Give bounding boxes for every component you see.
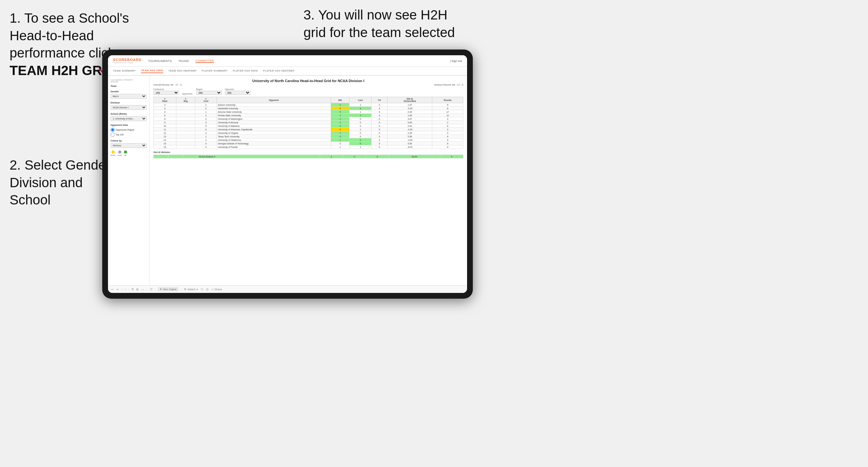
cell-7: 4.50 bbox=[388, 142, 432, 145]
cell-3: University of Florida bbox=[217, 145, 331, 149]
back-button[interactable]: ‹ bbox=[121, 288, 122, 291]
opponent-select[interactable]: (All) bbox=[225, 91, 250, 95]
table-body: 21Auburn University2101.67932Vanderbilt … bbox=[154, 103, 463, 149]
legend-down-label: Down bbox=[111, 154, 115, 156]
gender-select[interactable]: Men's bbox=[111, 94, 147, 99]
col-diff: Diff AvStrokes/Rnd bbox=[388, 97, 432, 103]
cell-2: 2 bbox=[195, 107, 217, 110]
cell-5: 2 bbox=[349, 114, 372, 117]
radio-top-100[interactable]: Top 100 bbox=[111, 132, 147, 137]
share-button[interactable]: ⤢ Share bbox=[211, 288, 222, 291]
region-select[interactable]: (All) bbox=[196, 91, 222, 95]
cell-1 bbox=[176, 135, 195, 138]
cell-2: 3 bbox=[195, 121, 217, 124]
sub-nav: TEAM SUMMARY TEAM H2H GRID TEAM H2H HEAT… bbox=[108, 67, 467, 76]
colour-by-label: Colour by bbox=[111, 139, 147, 142]
out-diff: 26.00 bbox=[389, 155, 440, 158]
main-grid-area: University of North Carolina Head-to-Hea… bbox=[150, 76, 467, 285]
cell-5: 1 bbox=[349, 103, 372, 107]
cell-2: 3 bbox=[195, 131, 217, 135]
colour-by-section: Colour by Win/loss bbox=[111, 139, 147, 148]
annotation-3-text: 3. You will now see H2Hgrid for the team… bbox=[304, 7, 455, 40]
toolbar-sep1: | bbox=[128, 288, 129, 290]
cell-4: 5 bbox=[331, 110, 349, 114]
cell-3: University of Arkansas, Fayetteville bbox=[217, 128, 331, 131]
cell-7: 1.83 bbox=[388, 114, 432, 117]
view-original-button[interactable]: 👁 View: Original bbox=[158, 287, 178, 291]
table-row: 142University of Oklahoma120-1.009 bbox=[154, 138, 463, 142]
toolbar-sep3: | bbox=[155, 288, 156, 290]
cell-8: 17 bbox=[432, 110, 463, 114]
col-rounds: Rounds bbox=[432, 97, 463, 103]
cell-5: 5 bbox=[349, 142, 372, 145]
forward-button[interactable]: › bbox=[125, 288, 126, 291]
sub-nav-player-h2h-grid[interactable]: PLAYER H2H GRID bbox=[233, 69, 258, 73]
division-select[interactable]: NCAA Division I bbox=[111, 105, 147, 110]
grid-button[interactable]: ⊞ bbox=[136, 288, 138, 291]
cell-5: 1 bbox=[349, 128, 372, 131]
cell-8: 9 bbox=[432, 103, 463, 107]
cell-3: University of Arizona bbox=[217, 121, 331, 124]
redo-button[interactable]: ↪ bbox=[116, 288, 119, 291]
dash-button[interactable]: — bbox=[141, 288, 144, 291]
annotation-1-highlight: TEAM H2H GRID bbox=[9, 63, 115, 78]
record-row: Overall Record: 89 - 17 - 0 Division Rec… bbox=[153, 83, 463, 86]
cell-6: 0 bbox=[372, 131, 388, 135]
sign-out-button[interactable]: | Sign out bbox=[450, 59, 462, 63]
cell-5: 0 bbox=[349, 124, 372, 128]
table-row: 82University of Washington1003.673 bbox=[154, 117, 463, 121]
out-of-division-label: Out of division bbox=[153, 151, 463, 154]
cell-4: 1 bbox=[331, 117, 349, 121]
division-record: Division Record: 88 - 17 - 0 bbox=[434, 83, 463, 86]
nav-committee[interactable]: COMMITTEE bbox=[195, 59, 214, 63]
sub-nav-player-summary[interactable]: PLAYER SUMMARY bbox=[202, 69, 228, 73]
cell-0: 14 bbox=[154, 138, 176, 142]
toolbar-sep4: | bbox=[181, 288, 182, 290]
division-section: Division NCAA Division I bbox=[111, 101, 147, 110]
sub-nav-team-h2h-grid[interactable]: TEAM H2H GRID bbox=[141, 69, 163, 73]
cell-1 bbox=[176, 110, 195, 114]
copy-button[interactable]: ⧉ bbox=[132, 287, 133, 291]
division-label: Division bbox=[111, 101, 147, 104]
cell-3: Florida State University bbox=[217, 114, 331, 117]
watch-button[interactable]: 👁 Watch ▾ bbox=[184, 288, 198, 291]
table-row: 62Florida State University1201.8312 bbox=[154, 114, 463, 117]
cell-1 bbox=[176, 138, 195, 142]
region-label: Region bbox=[196, 88, 222, 90]
cell-8: 3 bbox=[432, 117, 463, 121]
school-select[interactable]: 1. University of Nort... bbox=[111, 116, 147, 121]
conference-select[interactable]: (All) bbox=[153, 91, 179, 95]
cell-3: Georgia Institute of Technology bbox=[217, 142, 331, 145]
logo: SCOREBOARD Powered by clippi bbox=[113, 58, 142, 64]
cell-1 bbox=[176, 124, 195, 128]
cell-6: 0 bbox=[372, 110, 388, 114]
annotation-2-text: 2. Select Gender,Division andSchool bbox=[9, 157, 114, 207]
col-tie: Tie bbox=[372, 97, 388, 103]
table-row: 116University of Arkansas, Fayetteville0… bbox=[154, 128, 463, 131]
opponents-label: Opponents: bbox=[182, 93, 193, 95]
undo-button[interactable]: ↩ bbox=[111, 288, 114, 291]
table-row: 105University of Alabama3002.618 bbox=[154, 124, 463, 128]
cell-3: University of Virginia bbox=[217, 131, 331, 135]
nav-tournaments[interactable]: TOURNAMENTS bbox=[148, 59, 172, 63]
sub-nav-team-summary[interactable]: TEAM SUMMARY bbox=[113, 69, 136, 73]
sub-nav-player-h2h-heatmap[interactable]: PLAYER H2H HEATMAP bbox=[263, 69, 294, 73]
comment-button[interactable]: 🗨 bbox=[200, 288, 204, 291]
cell-0: 9 bbox=[154, 121, 176, 124]
legend-level-dot bbox=[118, 151, 121, 154]
colour-by-select[interactable]: Win/loss bbox=[111, 143, 147, 148]
sub-nav-team-h2h-heatmap[interactable]: TEAM H2H HEATMAP bbox=[168, 69, 197, 73]
logo-text: SCOREBOARD bbox=[113, 58, 142, 62]
cell-2: 3 bbox=[195, 145, 217, 149]
opponent-label: Opponent bbox=[225, 88, 250, 90]
cell-2: 5 bbox=[195, 124, 217, 128]
cell-2: 4 bbox=[195, 142, 217, 145]
cell-2: 1 bbox=[195, 103, 217, 107]
tablet-device: SCOREBOARD Powered by clippi TOURNAMENTS… bbox=[102, 50, 473, 299]
nav-teams[interactable]: TEAMS bbox=[178, 59, 189, 63]
cell-5: 4 bbox=[349, 107, 372, 110]
cell-7: 2.29 bbox=[388, 110, 432, 114]
clock-button[interactable]: ⏱ bbox=[150, 288, 153, 291]
radio-opponents-played[interactable]: Opponents Played bbox=[111, 128, 147, 132]
layout-button[interactable]: ⊡ bbox=[206, 288, 209, 291]
